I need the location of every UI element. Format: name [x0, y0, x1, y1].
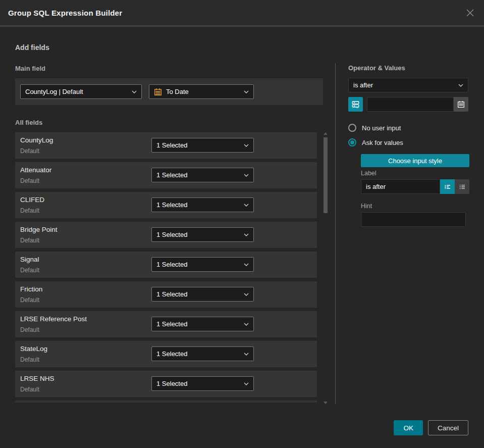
calendar-icon: [154, 88, 162, 96]
field-selected-dropdown[interactable]: 1 Selected: [151, 227, 254, 242]
list-item: Attenuator Default 1 Selected: [15, 162, 317, 188]
chevron-down-icon: [244, 90, 249, 93]
field-selected-dropdown[interactable]: 1 Selected: [151, 376, 254, 391]
main-field-panel: CountyLog | Default To Date: [15, 78, 323, 105]
selected-count: 1 Selected: [156, 201, 187, 209]
field-selected-dropdown[interactable]: 1 Selected: [151, 168, 254, 182]
chevron-down-icon: [244, 174, 249, 177]
selected-count: 1 Selected: [156, 380, 187, 387]
radio-label: No user input: [362, 124, 401, 132]
field-name: CLIFED: [20, 196, 44, 204]
list-item: Signal Default 1 Selected: [15, 252, 317, 278]
date-picker-button[interactable]: [454, 97, 468, 112]
radio-circle-icon[interactable]: [348, 124, 356, 132]
field-selected-dropdown[interactable]: 1 Selected: [151, 197, 254, 212]
field-subtitle: Default: [20, 177, 39, 184]
dialog-header: Group SQL Expression Builder: [0, 0, 484, 26]
radio-ask-for-values[interactable]: Ask for values: [348, 138, 403, 146]
selected-count: 1 Selected: [156, 141, 187, 149]
selected-count: 1 Selected: [156, 171, 187, 179]
value-input-row: [348, 97, 468, 112]
list-item: Friction Default 1 Selected: [15, 281, 317, 308]
field-subtitle: Default: [20, 326, 39, 333]
vertical-divider: [335, 63, 336, 404]
all-fields-list: CountyLog Default 1 Selected Attenuator …: [15, 132, 317, 403]
list-style-button[interactable]: [455, 179, 469, 194]
list-item: CountyLog Default 1 Selected: [15, 132, 317, 159]
field-selected-dropdown[interactable]: 1 Selected: [151, 317, 254, 331]
selected-count: 1 Selected: [156, 320, 187, 328]
add-fields-heading: Add fields: [15, 43, 49, 52]
selected-count: 1 Selected: [156, 350, 187, 358]
field-subtitle: Default: [20, 356, 39, 363]
list-item: LRSE NHS Default 1 Selected: [15, 371, 317, 397]
label-input[interactable]: [361, 179, 440, 194]
close-icon[interactable]: [464, 7, 476, 19]
list-item-partial: [15, 401, 317, 403]
radio-no-user-input[interactable]: No user input: [348, 124, 401, 132]
field-subtitle: Default: [20, 237, 39, 244]
dialog-title: Group SQL Expression Builder: [8, 9, 122, 17]
chevron-down-icon: [132, 90, 137, 93]
all-fields-label: All fields: [15, 119, 42, 126]
hint-field-label: Hint: [361, 203, 372, 210]
radio-label: Ask for values: [362, 139, 403, 146]
operator-values-heading: Operator & Values: [348, 64, 405, 72]
cancel-button[interactable]: Cancel: [428, 420, 468, 435]
operator-select-value: is after: [353, 81, 373, 89]
chevron-down-icon: [458, 84, 463, 87]
field-name: CountyLog: [20, 136, 53, 144]
main-field-select-value: CountyLog | Default: [25, 88, 83, 95]
field-subtitle: Default: [20, 267, 39, 274]
chevron-down-icon: [244, 323, 249, 326]
field-name: Bridge Point: [20, 226, 58, 233]
chevron-down-icon: [244, 382, 249, 385]
main-field-label: Main field: [15, 65, 45, 72]
list-item: Bridge Point Default 1 Selected: [15, 222, 317, 248]
hint-input[interactable]: [361, 212, 466, 227]
scrollbar-thumb[interactable]: [324, 137, 328, 213]
multiple-values-button[interactable]: [348, 97, 363, 112]
main-field-select[interactable]: CountyLog | Default: [20, 84, 142, 99]
field-selected-dropdown[interactable]: 1 Selected: [151, 257, 254, 272]
single-line-style-button[interactable]: [440, 179, 455, 194]
field-subtitle: Default: [20, 207, 39, 214]
group-sql-expression-builder-dialog: Group SQL Expression Builder Add fields …: [0, 0, 484, 448]
field-selected-dropdown[interactable]: 1 Selected: [151, 346, 254, 361]
chevron-down-icon: [244, 233, 249, 236]
field-name: StateLog: [20, 345, 47, 353]
main-field-date-select[interactable]: To Date: [149, 84, 254, 99]
chevron-down-icon: [244, 353, 249, 356]
field-name: Friction: [20, 285, 42, 293]
field-name: LRSE NHS: [20, 375, 55, 382]
operator-select[interactable]: is after: [348, 78, 468, 92]
ok-button[interactable]: OK: [394, 420, 423, 435]
field-subtitle: Default: [20, 147, 39, 155]
choose-input-style-button[interactable]: Choose input style: [361, 154, 469, 167]
field-name: LRSE Reference Post: [20, 315, 87, 323]
label-input-row: [361, 179, 469, 194]
field-name: Attenuator: [20, 166, 51, 174]
value-input[interactable]: [367, 97, 454, 112]
label-field-label: Label: [361, 170, 377, 177]
selected-count: 1 Selected: [156, 231, 187, 238]
main-field-date-select-value: To Date: [166, 88, 189, 95]
chevron-down-icon: [244, 293, 249, 296]
selected-count: 1 Selected: [156, 261, 187, 268]
field-selected-dropdown[interactable]: 1 Selected: [151, 287, 254, 302]
list-item: StateLog Default 1 Selected: [15, 341, 317, 367]
list-scrollbar[interactable]: [324, 132, 328, 404]
chevron-down-icon: [244, 263, 249, 266]
chevron-down-icon: [244, 204, 249, 207]
scroll-up-icon[interactable]: [324, 132, 328, 135]
field-subtitle: Default: [20, 386, 39, 393]
dialog-footer: OK Cancel: [394, 420, 468, 435]
scroll-down-icon[interactable]: [324, 402, 328, 404]
list-item: CLIFED Default 1 Selected: [15, 192, 317, 218]
selected-count: 1 Selected: [156, 290, 187, 298]
list-item: LRSE Reference Post Default 1 Selected: [15, 311, 317, 337]
radio-circle-selected-icon[interactable]: [348, 138, 356, 146]
field-name: Signal: [20, 256, 39, 263]
chevron-down-icon: [244, 144, 249, 147]
field-selected-dropdown[interactable]: 1 Selected: [151, 138, 254, 153]
